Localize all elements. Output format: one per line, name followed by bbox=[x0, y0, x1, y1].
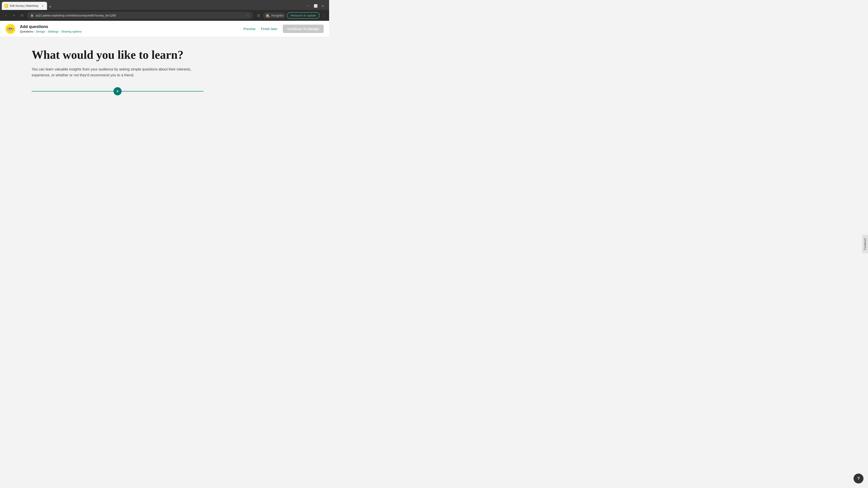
divider-right bbox=[122, 91, 204, 92]
preview-button[interactable]: Preview bbox=[243, 27, 255, 31]
browser-actions: ⊡ 🕵 Incognito Relaunch to update ⋮ bbox=[255, 12, 327, 19]
main-content: What would you like to learn? You can le… bbox=[0, 37, 329, 180]
divider-left bbox=[32, 91, 114, 92]
back-button[interactable]: ‹ bbox=[3, 12, 9, 19]
breadcrumb-settings[interactable]: Settings bbox=[48, 30, 59, 33]
svg-point-5 bbox=[9, 28, 10, 29]
restore-button[interactable]: ⬜ bbox=[313, 3, 318, 8]
header-actions: Preview Finish later Continue To Design bbox=[243, 25, 324, 33]
tab-favicon: M bbox=[4, 4, 8, 8]
refresh-button[interactable]: ↻ bbox=[19, 12, 25, 19]
continue-to-design-button[interactable]: Continue To Design bbox=[283, 25, 324, 33]
breadcrumb-design[interactable]: Design bbox=[36, 30, 45, 33]
bookmark-icon[interactable]: ☆ bbox=[247, 13, 250, 17]
address-bar[interactable]: 🔒 us21.admin.mailchimp.com/lists/surveys… bbox=[27, 12, 253, 19]
window-controls: ─ ⬜ ✕ bbox=[306, 3, 327, 8]
add-question-button[interactable]: + bbox=[114, 87, 122, 95]
address-bar-row: ‹ › ↻ 🔒 us21.admin.mailchimp.com/lists/s… bbox=[0, 10, 329, 21]
plus-icon: + bbox=[116, 88, 119, 94]
breadcrumb-sep-3: › bbox=[59, 30, 60, 33]
tab-title: Edit Survey | Mailchimp bbox=[10, 4, 39, 7]
incognito-badge[interactable]: 🕵 Incognito bbox=[263, 12, 285, 19]
split-view-button[interactable]: ⊡ bbox=[255, 12, 262, 19]
forward-button[interactable]: › bbox=[11, 12, 17, 19]
incognito-label: Incognito bbox=[271, 14, 283, 17]
page-title: Add questions bbox=[20, 24, 239, 29]
url-text: us21.admin.mailchimp.com/lists/surveys/e… bbox=[35, 14, 245, 17]
tab-bar: M Edit Survey | Mailchimp ✕ + ─ ⬜ ✕ bbox=[0, 0, 329, 10]
tab-close-button[interactable]: ✕ bbox=[41, 4, 44, 8]
app-header: Add questions Questions › Design › Setti… bbox=[0, 21, 329, 37]
mailchimp-logo bbox=[5, 24, 16, 34]
breadcrumb-questions[interactable]: Questions bbox=[20, 30, 33, 33]
breadcrumb-sharing[interactable]: Sharing options bbox=[61, 30, 82, 33]
breadcrumb-sep-1: › bbox=[34, 30, 35, 33]
svg-point-8 bbox=[12, 28, 14, 30]
new-tab-button[interactable]: + bbox=[47, 4, 53, 10]
close-window-button[interactable]: ✕ bbox=[320, 3, 326, 8]
finish-later-button[interactable]: Finish later bbox=[261, 27, 277, 31]
active-tab[interactable]: M Edit Survey | Mailchimp ✕ bbox=[2, 2, 47, 10]
svg-text:M: M bbox=[5, 5, 7, 7]
survey-heading: What would you like to learn? bbox=[32, 48, 204, 62]
minimize-button[interactable]: ─ bbox=[306, 3, 311, 8]
svg-point-7 bbox=[7, 28, 9, 30]
breadcrumb: Questions › Design › Settings › Sharing … bbox=[20, 30, 239, 33]
add-question-row: + bbox=[32, 87, 204, 95]
browser-chrome: M Edit Survey | Mailchimp ✕ + ─ ⬜ ✕ ‹ › … bbox=[0, 0, 329, 21]
svg-point-6 bbox=[11, 28, 12, 29]
breadcrumb-sep-2: › bbox=[46, 30, 47, 33]
browser-menu-button[interactable]: ⋮ bbox=[321, 13, 327, 18]
survey-description: You can learn valuable insights from you… bbox=[32, 66, 199, 78]
header-title-section: Add questions Questions › Design › Setti… bbox=[20, 24, 239, 33]
lock-icon: 🔒 bbox=[30, 14, 34, 17]
relaunch-button[interactable]: Relaunch to update bbox=[287, 12, 320, 19]
incognito-icon: 🕵 bbox=[266, 13, 270, 18]
